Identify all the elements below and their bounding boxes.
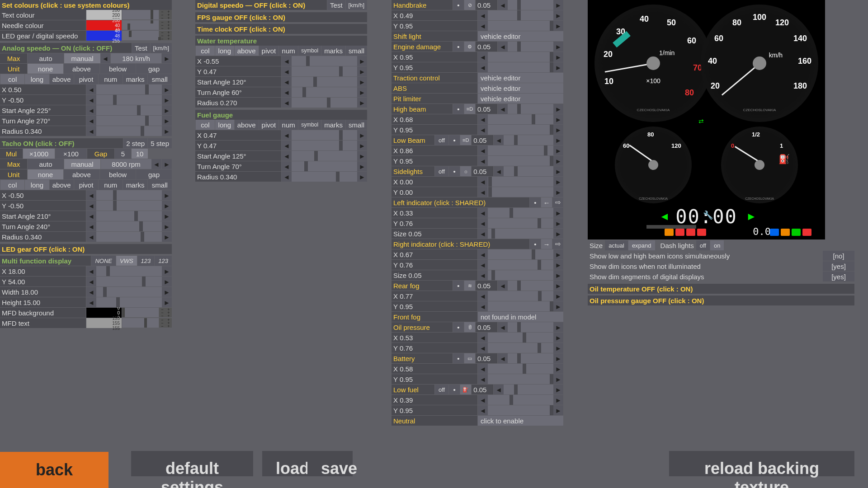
- load-button[interactable]: load: [262, 451, 307, 476]
- dashlights-off[interactable]: off: [696, 240, 710, 250]
- slider-track[interactable]: [488, 333, 553, 343]
- slider-inc[interactable]: ►: [553, 0, 563, 10]
- slider-inc[interactable]: ►: [553, 364, 563, 374]
- arrow-outline-icon[interactable]: ⇨: [552, 197, 563, 207]
- slider-inc[interactable]: ►: [553, 291, 563, 301]
- slider-inc[interactable]: ►: [553, 156, 563, 166]
- symbol-icon[interactable]: ▭: [464, 353, 475, 363]
- c3-label[interactable]: High beam: [392, 104, 453, 114]
- slider-dec[interactable]: ◄: [478, 62, 488, 72]
- unit-above[interactable]: above: [64, 64, 99, 74]
- slider-track[interactable]: [488, 52, 553, 62]
- slider-inc[interactable]: ►: [553, 353, 563, 363]
- slider-track[interactable]: [488, 229, 553, 239]
- slider-dec[interactable]: ◄: [478, 395, 488, 405]
- unit-gap[interactable]: gap: [136, 64, 172, 74]
- slider-dec[interactable]: ◄: [478, 291, 488, 301]
- slider-track[interactable]: [488, 177, 553, 187]
- symbol-icon[interactable]: ≡D: [464, 104, 475, 114]
- save-button[interactable]: save: [307, 451, 353, 476]
- step5-button[interactable]: 5 step: [148, 138, 172, 148]
- slider-dec[interactable]: ◄: [478, 145, 488, 155]
- c3-off[interactable]: off: [435, 166, 448, 176]
- slider-dec[interactable]: ◄: [478, 218, 488, 228]
- slider-track[interactable]: [508, 322, 553, 332]
- symbol-icon[interactable]: ≋: [464, 281, 475, 291]
- fuel-gauge-header[interactable]: Fuel gauge: [195, 110, 367, 120]
- slider-track[interactable]: [488, 374, 553, 384]
- slider-inc[interactable]: ►: [553, 52, 563, 62]
- slider-inc[interactable]: ►: [553, 218, 563, 228]
- mfd-vws[interactable]: VWS: [116, 256, 137, 266]
- slider-track[interactable]: [504, 385, 553, 394]
- slider-track[interactable]: [508, 281, 553, 291]
- slider-dec[interactable]: ◄: [478, 125, 488, 135]
- c3-indicator[interactable]: Left indicator (click : SHARED): [392, 197, 529, 207]
- slider-dec[interactable]: ◄: [494, 166, 504, 176]
- slider-track[interactable]: [488, 364, 553, 374]
- slider-inc[interactable]: ►: [553, 208, 563, 218]
- c3-label[interactable]: Oil pressure: [392, 322, 453, 332]
- opt-dim-segments-val[interactable]: [yes]: [823, 272, 854, 282]
- arrow-icon[interactable]: →: [541, 239, 552, 249]
- opt-dim-icons-val[interactable]: [yes]: [823, 261, 854, 271]
- slider-dec[interactable]: ◄: [498, 42, 508, 52]
- slider-track[interactable]: [488, 208, 553, 218]
- arrow-outline-icon[interactable]: ⇨: [552, 239, 563, 249]
- c3-label[interactable]: Low fuel: [392, 385, 434, 394]
- c3-label[interactable]: Traction control: [392, 73, 477, 83]
- slider-dec[interactable]: ◄: [494, 135, 504, 145]
- speed-dec[interactable]: ◄: [100, 53, 110, 63]
- slider-dec[interactable]: ◄: [478, 405, 488, 415]
- dot-icon[interactable]: •: [453, 104, 464, 114]
- slider-inc[interactable]: ►: [553, 374, 563, 384]
- slider-inc[interactable]: ►: [553, 125, 563, 135]
- slider-dec[interactable]: ◄: [478, 364, 488, 374]
- c3-label[interactable]: Sidelights: [392, 166, 434, 176]
- dot-icon[interactable]: •: [449, 135, 460, 145]
- slider-inc[interactable]: ►: [553, 10, 563, 20]
- slider-track[interactable]: [97, 84, 161, 94]
- slider-dec[interactable]: ◄: [498, 322, 508, 332]
- symbol-icon[interactable]: ⚙: [464, 42, 475, 52]
- reload-texture-button[interactable]: reload backing texture: [669, 451, 854, 476]
- slider-inc[interactable]: ►: [553, 249, 563, 259]
- slider-dec[interactable]: ◄: [498, 0, 508, 10]
- symbol-icon[interactable]: ⛽: [460, 385, 471, 394]
- symbol-icon[interactable]: ≡D: [460, 135, 471, 145]
- slider-track[interactable]: [488, 291, 553, 301]
- step2-button[interactable]: 2 step: [123, 138, 147, 148]
- tacho-auto[interactable]: auto: [28, 159, 64, 169]
- c3-label[interactable]: Engine damage: [392, 42, 453, 52]
- slider-inc[interactable]: ►: [553, 114, 563, 124]
- analog-speedo-toggle[interactable]: Analog speedo — ON (click : OFF): [0, 43, 132, 53]
- water-temp-header[interactable]: Water temperature: [195, 36, 367, 46]
- oil-press-toggle[interactable]: Oil pressure gauge OFF (click : ON): [588, 296, 854, 305]
- unit-below[interactable]: below: [100, 64, 136, 74]
- rpm-dec[interactable]: ◄: [151, 159, 161, 169]
- slider-inc[interactable]: ►: [553, 395, 563, 405]
- digital-test-button[interactable]: Test: [327, 0, 345, 10]
- symbol-icon[interactable]: ⊘: [464, 0, 475, 10]
- slider-dec[interactable]: ◄: [478, 177, 488, 187]
- gap-10[interactable]: 10: [132, 149, 148, 159]
- gap-5[interactable]: 5: [115, 149, 131, 159]
- slider-dec[interactable]: ◄: [478, 229, 488, 239]
- size-actual[interactable]: actual: [605, 240, 628, 250]
- opt-small[interactable]: small: [148, 74, 172, 84]
- slider-inc[interactable]: ►: [162, 84, 172, 94]
- needle-colour-sliders[interactable]: −+ −+ −+: [122, 20, 172, 30]
- dot-icon[interactable]: •: [453, 353, 464, 363]
- digital-speedo-toggle[interactable]: Digital speedo — OFF (click : ON): [195, 0, 327, 10]
- max-manual[interactable]: manual: [64, 53, 100, 63]
- slider-inc[interactable]: ►: [553, 21, 563, 31]
- slider-inc[interactable]: ►: [553, 145, 563, 155]
- slider-track[interactable]: [488, 21, 553, 31]
- slider-track[interactable]: [508, 42, 553, 52]
- slider-track[interactable]: [488, 270, 553, 280]
- slider-dec[interactable]: ◄: [478, 10, 488, 20]
- slider-track[interactable]: [488, 156, 553, 166]
- c3-label[interactable]: Front fog: [392, 312, 477, 322]
- dot-icon[interactable]: •: [453, 0, 464, 10]
- slider-inc[interactable]: ►: [553, 166, 563, 176]
